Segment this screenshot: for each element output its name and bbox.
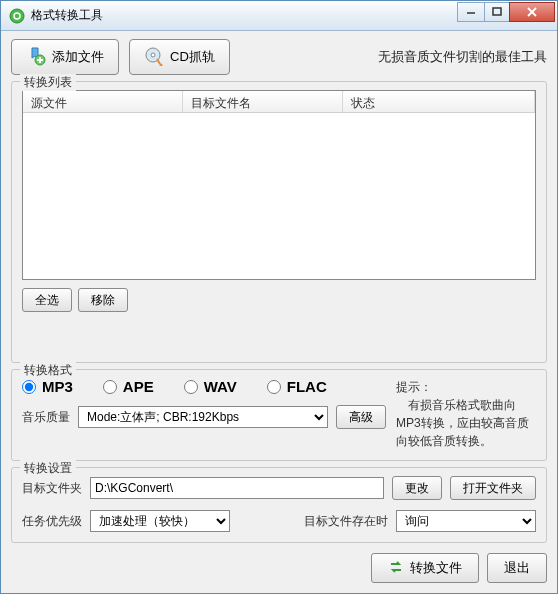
svg-rect-2 [493,8,501,15]
select-all-button[interactable]: 全选 [22,288,72,312]
radio-flac[interactable]: FLAC [267,378,327,395]
quality-label: 音乐质量 [22,409,70,426]
advanced-button[interactable]: 高级 [336,405,386,429]
add-file-icon [26,46,46,69]
radio-mp3[interactable]: MP3 [22,378,73,395]
app-window: 格式转换工具 添加文件 CD抓轨 无损音质文件切割的最佳工具 [0,0,558,594]
conversion-list-group: 转换列表 源文件 目标文件名 状态 全选 移除 [11,81,547,363]
close-button[interactable] [509,2,555,22]
format-radios: MP3 APE WAV FLAC [22,378,386,395]
convert-icon [388,559,404,578]
convert-button[interactable]: 转换文件 [371,553,479,583]
titlebar[interactable]: 格式转换工具 [1,1,557,31]
add-file-button[interactable]: 添加文件 [11,39,119,75]
tagline: 无损音质文件切割的最佳工具 [378,48,547,66]
radio-ape[interactable]: APE [103,378,154,395]
target-folder-input[interactable] [90,477,384,499]
format-group-title: 转换格式 [20,362,76,379]
minimize-button[interactable] [457,2,485,22]
footer: 转换文件 退出 [11,549,547,583]
change-folder-button[interactable]: 更改 [392,476,442,500]
quality-row: 音乐质量 Mode:立体声; CBR:192Kbps 高级 [22,405,386,429]
col-source[interactable]: 源文件 [23,91,183,112]
priority-label: 任务优先级 [22,513,82,530]
svg-point-0 [10,9,24,23]
maximize-button[interactable] [484,2,510,22]
col-status[interactable]: 状态 [343,91,535,112]
app-icon [9,8,25,24]
window-controls [458,2,557,22]
file-list[interactable]: 源文件 目标文件名 状态 [22,90,536,280]
priority-select[interactable]: 加速处理（较快） [90,510,230,532]
hint-body: 有损音乐格式歌曲向MP3转换，应由较高音质向较低音质转换。 [396,396,536,450]
hint-title: 提示： [396,378,536,396]
cd-rip-button[interactable]: CD抓轨 [129,39,230,75]
format-group: 转换格式 MP3 APE WAV FLAC 音乐质量 Mode:立体声; CBR… [11,369,547,461]
list-header: 源文件 目标文件名 状态 [23,91,535,113]
toolbar: 添加文件 CD抓轨 无损音质文件切割的最佳工具 [11,39,547,75]
cd-rip-label: CD抓轨 [170,48,215,66]
add-file-label: 添加文件 [52,48,104,66]
convert-label: 转换文件 [410,559,462,577]
radio-wav[interactable]: WAV [184,378,237,395]
target-folder-label: 目标文件夹 [22,480,82,497]
exit-button[interactable]: 退出 [487,553,547,583]
quality-select[interactable]: Mode:立体声; CBR:192Kbps [78,406,328,428]
hint-box: 提示： 有损音乐格式歌曲向MP3转换，应由较高音质向较低音质转换。 [396,378,536,450]
list-group-title: 转换列表 [20,74,76,91]
window-title: 格式转换工具 [31,7,458,24]
settings-group-title: 转换设置 [20,460,76,477]
col-target[interactable]: 目标文件名 [183,91,343,112]
exists-label: 目标文件存在时 [304,513,388,530]
exists-select[interactable]: 询问 [396,510,536,532]
content-area: 添加文件 CD抓轨 无损音质文件切割的最佳工具 转换列表 源文件 目标文件名 状… [1,31,557,593]
target-folder-row: 目标文件夹 更改 打开文件夹 [22,476,536,500]
cd-icon [144,46,164,69]
svg-point-7 [151,53,155,57]
open-folder-button[interactable]: 打开文件夹 [450,476,536,500]
remove-button[interactable]: 移除 [78,288,128,312]
list-controls: 全选 移除 [22,288,536,312]
priority-row: 任务优先级 加速处理（较快） 目标文件存在时 询问 [22,510,536,532]
settings-group: 转换设置 目标文件夹 更改 打开文件夹 任务优先级 加速处理（较快） 目标文件存… [11,467,547,543]
